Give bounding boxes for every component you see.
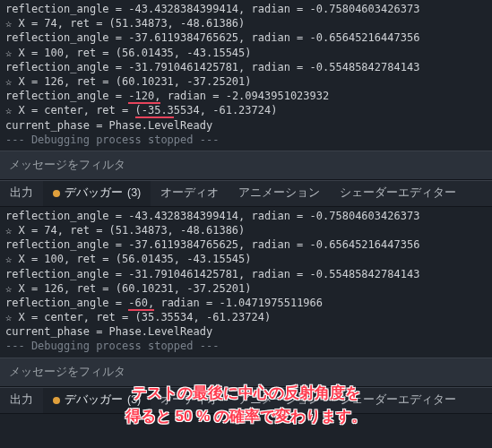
tab-audio-2[interactable]: オーディオ [151, 388, 229, 413]
tab-output[interactable]: 出力 [0, 181, 43, 206]
console-line: reflection_angle = -37.6119384765625, ra… [5, 30, 487, 45]
console-line: ☆ X = center, ret = (-35.35534, -61.2372… [5, 103, 487, 117]
highlight-value: -60, [128, 297, 154, 311]
tab-debugger-count-2: (3) [127, 392, 141, 408]
highlight-value: -120, [128, 90, 160, 104]
console-line: ☆ X = center, ret = (35.35534, -61.23724… [5, 310, 487, 324]
tab-animation-2[interactable]: アニメーション [229, 388, 330, 413]
tab-animation[interactable]: アニメーション [229, 181, 330, 206]
console-line: current_phase = Phase.LevelReady [5, 324, 487, 339]
filter-bar-2[interactable]: メッセージをフィルタ [0, 358, 492, 387]
console-line: --- Debugging process stopped --- [5, 133, 487, 147]
console-line: reflection_angle = -120, radian = -2.094… [5, 89, 487, 103]
console-line: reflection_angle = -43.4328384399414, ra… [5, 2, 487, 16]
tab-debugger-label: デバッガー [65, 185, 123, 201]
console-line: reflection_angle = -31.7910461425781, ra… [5, 60, 487, 74]
warning-dot-icon [53, 190, 60, 197]
tab-output-2[interactable]: 出力 [0, 388, 43, 413]
tab-shader-editor-2[interactable]: シェーダーエディター [330, 388, 466, 413]
console-line: ☆ X = 100, ret = (56.01435, -43.15545) [5, 46, 487, 60]
console-line: reflection_angle = -37.6119384765625, ra… [5, 237, 487, 252]
tab-debugger-2[interactable]: デバッガー (3) [43, 388, 151, 413]
console-output-bottom: reflection_angle = -43.4328384399414, ra… [0, 207, 492, 358]
tab-bar: 出力 デバッガー (3) オーディオ アニメーション シェーダーエディター [0, 180, 492, 207]
warning-dot-icon [53, 397, 60, 404]
console-line: ☆ X = 126, ret = (60.10231, -37.25201) [5, 74, 487, 89]
filter-bar[interactable]: メッセージをフィルタ [0, 151, 492, 180]
highlight-value: (-35.3 [135, 104, 174, 118]
tab-audio[interactable]: オーディオ [151, 181, 229, 206]
console-line: reflection_angle = -43.4328384399414, ra… [5, 209, 487, 223]
console-line: --- Debugging process stopped --- [5, 339, 487, 353]
tab-bar-2: 出力 デバッガー (3) オーディオ アニメーション シェーダーエディター [0, 387, 492, 414]
tab-debugger-count: (3) [127, 185, 141, 201]
console-line: current_phase = Phase.LevelReady [5, 118, 487, 133]
tab-debugger-label-2: デバッガー [65, 392, 123, 408]
tab-debugger[interactable]: デバッガー (3) [43, 181, 151, 206]
console-line: ☆ X = 100, ret = (56.01435, -43.15545) [5, 252, 487, 266]
console-line: ☆ X = 74, ret = (51.34873, -48.61386) [5, 223, 487, 237]
console-output-top: reflection_angle = -43.4328384399414, ra… [0, 0, 492, 151]
console-line: reflection_angle = -60, radian = -1.0471… [5, 296, 487, 310]
console-line: reflection_angle = -31.7910461425781, ra… [5, 267, 487, 281]
console-line: ☆ X = 74, ret = (51.34873, -48.61386) [5, 16, 487, 30]
console-line: ☆ X = 126, ret = (60.10231, -37.25201) [5, 281, 487, 296]
tab-shader-editor[interactable]: シェーダーエディター [330, 181, 466, 206]
